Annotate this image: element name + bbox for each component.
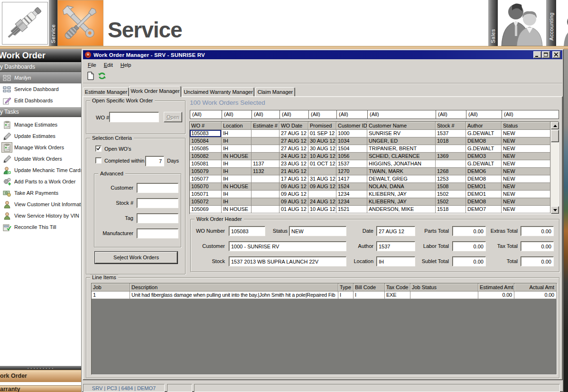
customer-input[interactable]: [137, 183, 178, 193]
sidebar-item-service-dashboard[interactable]: Service Dashboard: [0, 83, 81, 95]
filter-cell[interactable]: (All): [436, 110, 466, 119]
work-order-row[interactable]: 105070 IN HOUSE 09 AUG 12 09 AUG 12 1524…: [190, 183, 550, 191]
completed-within-label: Completed within: [104, 158, 144, 164]
column-header[interactable]: Customer ID: [336, 122, 367, 130]
column-header[interactable]: Estimate #: [251, 122, 279, 130]
filter-cell[interactable]: (All): [337, 110, 368, 119]
sidebar-item-update-estimates[interactable]: Update Estimates: [0, 130, 81, 142]
open-button[interactable]: Open: [164, 112, 182, 122]
sublet-total-label: Sublet Total: [387, 258, 449, 264]
column-header[interactable]: WO #: [190, 122, 222, 130]
column-header[interactable]: Author: [466, 122, 502, 130]
sidebar-section-tasks[interactable]: y Tasks: [0, 107, 81, 117]
menu-help[interactable]: Help: [118, 61, 134, 69]
work-order-row[interactable]: 105069 IN HOUSE 01 AUG 12 10 AUG 12 1521…: [190, 206, 550, 213]
sidebar-item-reconcile-till[interactable]: Reconcile This Till: [0, 221, 81, 233]
new-document-icon[interactable]: [87, 72, 95, 80]
work-order-row[interactable]: 105082 IN HOUSE 24 AUG 12 10 AUG 12 1056…: [190, 153, 550, 160]
filter-cell[interactable]: (All): [502, 110, 559, 119]
tab-work-order-manager[interactable]: Work Order Manager: [129, 86, 181, 97]
column-header[interactable]: WO Date: [279, 122, 308, 130]
filter-row[interactable]: (All)(All)(All)(All)(All)(All)(All)(All)…: [190, 110, 559, 119]
sidebar-item-take-ar-payments[interactable]: Take AR Payments: [0, 187, 81, 199]
work-order-row[interactable]: 105083 IH 27 AUG 12 01 SEP 12 1000 SUNRI…: [190, 130, 550, 137]
column-header[interactable]: Type: [338, 283, 354, 292]
tab-claim-manager[interactable]: Claim Manager: [255, 87, 295, 97]
grid-header-row[interactable]: WO # Location Estimate # WO Date Promise…: [190, 122, 550, 130]
filter-cell[interactable]: (All): [280, 110, 309, 119]
nav-bar-work-order[interactable]: ork Order: [0, 370, 81, 382]
refresh-icon[interactable]: [98, 72, 106, 80]
work-order-row[interactable]: 105081 IH 1137 23 AUG 12 01 OCT 12 1537 …: [190, 160, 550, 168]
column-header[interactable]: Actual Amt: [514, 283, 557, 292]
close-button[interactable]: [552, 51, 560, 58]
filter-cell[interactable]: (All): [368, 110, 436, 119]
open-wos-checkbox[interactable]: [95, 146, 102, 152]
column-header[interactable]: Location: [222, 122, 251, 130]
filter-cell[interactable]: (All): [252, 110, 280, 119]
completed-within-checkbox[interactable]: [95, 157, 102, 164]
sidebar-item-view-customer-unit-info[interactable]: View Customer Unit Informati: [0, 199, 81, 210]
work-order-row[interactable]: 105071 IH 09 AUG 12 1234 KLIEBERN, JAY 1…: [190, 191, 550, 198]
column-header[interactable]: Status: [502, 122, 550, 130]
column-header[interactable]: Tax Code: [385, 283, 410, 292]
line-items-table[interactable]: Job Description Type Bill Code Tax Code …: [91, 283, 557, 375]
tools-icon[interactable]: [57, 0, 103, 46]
line-item-row[interactable]: 1 Unit had fiberglass damage when pullin…: [92, 292, 557, 299]
tab-service-vertical[interactable]: Service: [49, 0, 57, 46]
sidebar-item-manage-work-orders[interactable]: Manage Work Orders: [0, 142, 81, 153]
tax-total-field[interactable]: 0.00: [521, 241, 554, 251]
minimize-button[interactable]: [533, 51, 541, 58]
scroll-up-button[interactable]: [551, 122, 559, 129]
work-order-row[interactable]: 105079 IH 1132 21 AUG 12 1270 TWAIN, MAR…: [190, 168, 550, 175]
sidebar-item-add-parts[interactable]: Add Parts to a Work Order: [0, 176, 81, 187]
scroll-down-button[interactable]: [551, 206, 559, 214]
sidebar-item-marilyn[interactable]: Marilyn: [0, 72, 81, 83]
work-order-row[interactable]: 105072 IH 09 AUG 12 24 AUG 12 1234 KLIEB…: [190, 198, 550, 206]
sidebar-item-manage-estimates[interactable]: Manage Estimates: [0, 119, 81, 130]
tab-estimate-manager[interactable]: Estimate Manager: [83, 87, 129, 97]
stock-number-input[interactable]: [137, 198, 178, 208]
tag-input[interactable]: [137, 213, 178, 223]
extras-total-field[interactable]: 0.00: [521, 226, 554, 236]
maximize-button[interactable]: [542, 51, 550, 58]
work-order-row[interactable]: 105084 IH 27 AUG 12 30 AUG 12 1034 UNGER…: [190, 137, 550, 145]
scrollbar-thumb[interactable]: [551, 130, 559, 142]
work-order-row[interactable]: 105077 IH 17 AUG 12 31 AUG 12 1417 DEWAL…: [190, 175, 550, 183]
filter-cell[interactable]: (All): [466, 110, 502, 119]
line-items-header-row[interactable]: Job Description Type Bill Code Tax Code …: [92, 283, 557, 292]
total-field[interactable]: 0.00: [521, 256, 554, 266]
days-input[interactable]: 7: [145, 156, 164, 166]
filter-cell[interactable]: (All): [190, 110, 222, 119]
sidebar-item-view-service-history[interactable]: View Service History by VIN: [0, 210, 81, 221]
nav-bar-warranty[interactable]: arranty: [0, 385, 81, 392]
sidebar-item-edit-dashboards[interactable]: Edit Dashboards: [0, 95, 81, 106]
tab-sales-vertical[interactable]: Sales: [488, 0, 498, 46]
filter-cell[interactable]: (All): [309, 110, 337, 119]
sidebar-section-dashboards[interactable]: y Dashboards: [0, 62, 81, 72]
manufacturer-input[interactable]: [137, 228, 178, 238]
column-header[interactable]: Bill Code: [354, 283, 385, 292]
column-header[interactable]: Stock #: [436, 122, 466, 130]
tab-unclaimed-warranty-manager[interactable]: Unclaimed Warranty Manager: [182, 87, 254, 97]
sidebar-item-update-work-orders[interactable]: Update Work Orders: [0, 153, 81, 164]
wo-number-input[interactable]: [109, 112, 159, 122]
splitter-handle[interactable]: .........: [0, 366, 81, 370]
menu-edit[interactable]: Edit: [101, 61, 116, 69]
column-header[interactable]: Customer Name: [367, 122, 436, 130]
column-header[interactable]: Estimated Amt: [478, 283, 514, 292]
column-header[interactable]: Promised: [308, 122, 336, 130]
menu-file[interactable]: File: [85, 61, 99, 69]
tab-accounting-vertical[interactable]: Accounting: [546, 0, 556, 46]
vertical-scrollbar[interactable]: [550, 122, 559, 214]
column-header[interactable]: Description: [130, 283, 338, 292]
work-orders-grid[interactable]: WO # Location Estimate # WO Date Promise…: [189, 121, 559, 214]
select-work-orders-button[interactable]: Select Work Orders: [95, 252, 177, 264]
title-bar[interactable]: Work Order Manager - SRV - SUNRISE RV: [83, 50, 562, 59]
work-order-row[interactable]: 105085 IH 27 AUG 12 30 AUG 12 1504 TRIPA…: [190, 145, 550, 153]
filter-cell[interactable]: (All): [222, 110, 252, 119]
column-header[interactable]: Job Status: [410, 283, 478, 292]
column-header[interactable]: Job: [92, 283, 130, 292]
sidebar-item-update-mechanic-time-cards[interactable]: Update Mechanic Time Cards: [0, 164, 81, 176]
sales-people-icon[interactable]: [498, 0, 546, 46]
